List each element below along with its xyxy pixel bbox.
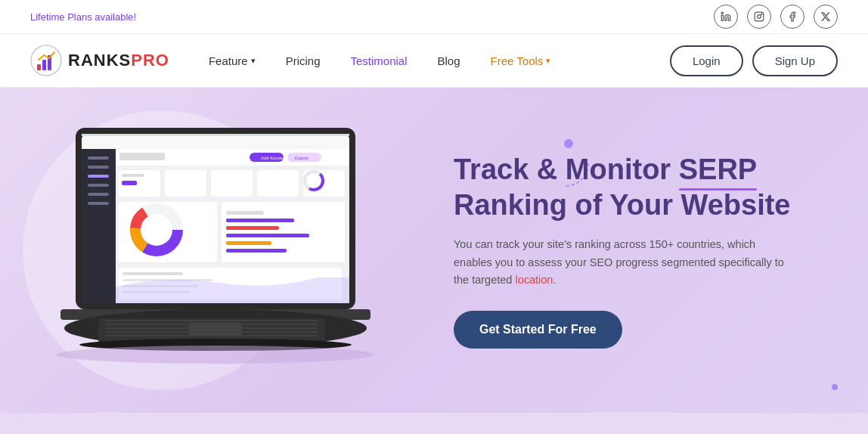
logo-text-ranks: RANKS <box>68 51 131 70</box>
deco-circle-bottom <box>832 384 838 390</box>
svg-text:Add Keyword: Add Keyword <box>261 156 288 160</box>
top-bar: Lifetime Plans available! <box>0 0 868 34</box>
svg-point-3 <box>758 15 761 19</box>
svg-rect-50 <box>122 272 183 275</box>
nav-links: Feature ▾ Pricing Testimonial Blog Free … <box>197 48 670 73</box>
svg-rect-28 <box>165 170 206 197</box>
chevron-down-icon: ▾ <box>251 56 256 66</box>
hero-section: Add Keyword Export <box>0 88 868 413</box>
login-button[interactable]: Login <box>670 45 743 76</box>
svg-rect-14 <box>88 157 109 160</box>
svg-rect-61 <box>106 327 318 329</box>
hero-content: Track & Monitor SERP Ranking of Your Web… <box>423 152 838 349</box>
svg-rect-7 <box>42 60 46 70</box>
social-icons-group <box>714 5 838 29</box>
instagram-icon[interactable] <box>747 5 771 29</box>
svg-rect-16 <box>88 175 109 178</box>
hero-title-line2: Ranking of Your Website <box>454 189 791 221</box>
svg-point-64 <box>57 346 374 364</box>
lifetime-text: Lifetime Plans available! <box>30 11 136 23</box>
svg-rect-62 <box>106 331 318 333</box>
facebook-icon[interactable] <box>780 5 804 29</box>
svg-rect-15 <box>88 166 109 169</box>
svg-rect-43 <box>226 211 264 215</box>
logo-text-pro: PRO <box>131 51 169 70</box>
hero-title-line1: Track & Monitor SERP <box>454 153 757 185</box>
svg-rect-29 <box>211 170 253 197</box>
hero-title: Track & Monitor SERP Ranking of Your Web… <box>454 152 838 224</box>
laptop-svg: Add Keyword Export <box>30 113 408 385</box>
nav-buttons: Login Sign Up <box>670 45 838 76</box>
svg-point-41 <box>146 219 167 240</box>
cta-button[interactable]: Get Started For Free <box>454 311 622 349</box>
svg-rect-59 <box>106 320 318 321</box>
svg-rect-60 <box>106 324 318 325</box>
svg-rect-46 <box>226 234 309 237</box>
logo[interactable]: RANKSPRO <box>30 45 169 76</box>
svg-rect-32 <box>122 174 144 177</box>
x-twitter-icon[interactable] <box>814 5 838 29</box>
linkedin-icon[interactable] <box>714 5 738 29</box>
nav-free-tools[interactable]: Free Tools ▾ <box>479 48 563 73</box>
navbar: RANKSPRO Feature ▾ Pricing Testimonial B… <box>0 34 868 88</box>
svg-rect-22 <box>119 153 165 160</box>
svg-rect-18 <box>88 193 109 196</box>
svg-rect-13 <box>82 149 116 303</box>
svg-rect-12 <box>82 134 349 136</box>
svg-rect-2 <box>755 12 764 21</box>
svg-rect-33 <box>122 181 137 185</box>
nav-testimonial[interactable]: Testimonial <box>338 48 419 73</box>
svg-rect-48 <box>226 249 287 253</box>
hero-desc-highlight: location. <box>515 274 556 286</box>
svg-rect-6 <box>37 64 41 70</box>
svg-rect-19 <box>88 202 109 205</box>
chevron-down-icon: ▾ <box>546 56 550 66</box>
nav-blog[interactable]: Blog <box>426 48 473 73</box>
svg-rect-63 <box>106 335 318 336</box>
svg-rect-47 <box>226 241 271 245</box>
hero-description: You can track your site's ranking across… <box>454 236 786 290</box>
svg-point-1 <box>721 12 723 14</box>
nav-pricing[interactable]: Pricing <box>274 48 333 73</box>
svg-rect-17 <box>88 184 109 187</box>
svg-rect-0 <box>721 15 723 20</box>
svg-point-4 <box>761 14 762 14</box>
svg-text:Export: Export <box>295 156 308 160</box>
signup-button[interactable]: Sign Up <box>752 45 838 76</box>
logo-icon <box>30 45 62 76</box>
svg-rect-45 <box>226 226 279 230</box>
svg-rect-44 <box>226 219 294 222</box>
nav-feature[interactable]: Feature ▾ <box>197 48 268 73</box>
svg-rect-30 <box>257 170 299 197</box>
laptop-illustration: Add Keyword Export <box>30 113 423 388</box>
